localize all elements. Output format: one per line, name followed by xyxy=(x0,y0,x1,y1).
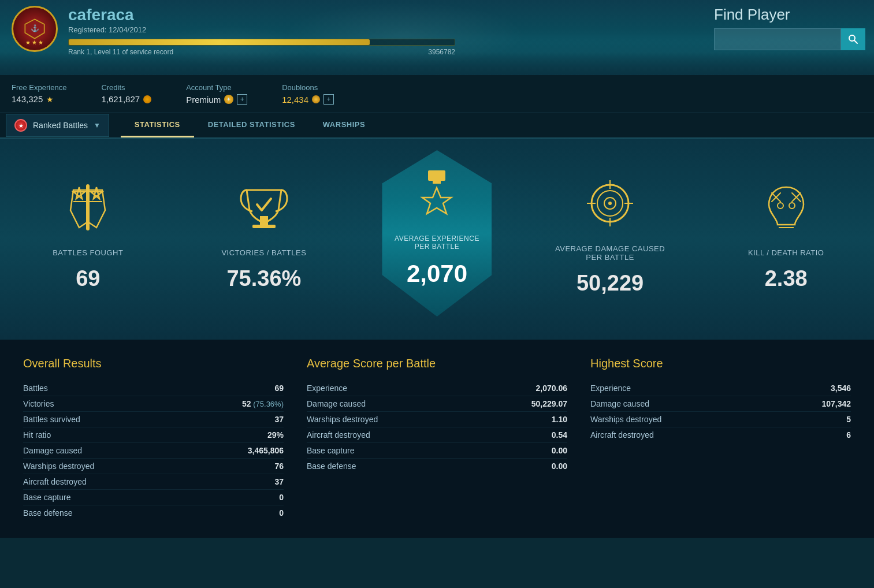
table-row: Battles survived37 xyxy=(23,412,284,427)
free-exp-section: Free Experience 143,325 ★ xyxy=(12,83,66,105)
row-key: Victories xyxy=(23,399,54,408)
table-row: Base capture0 xyxy=(23,490,284,505)
account-type-section: Account Type Premium ✦ + xyxy=(186,83,247,105)
table-row: Warships destroyed1.10 xyxy=(307,412,567,427)
find-player-row xyxy=(714,28,865,50)
tab-statistics[interactable]: STATISTICS xyxy=(121,113,194,137)
avg-score-title: Average Score per Battle xyxy=(307,357,567,370)
table-row: Aircraft destroyed6 xyxy=(590,427,851,442)
find-player-input[interactable] xyxy=(714,28,841,50)
tabs-bar: Ranked Battles ▼ STATISTICS DETAILED STA… xyxy=(0,113,874,139)
find-player-button[interactable] xyxy=(841,28,865,50)
svg-text:⚓: ⚓ xyxy=(31,24,39,32)
row-val: 76 xyxy=(274,462,284,471)
svg-rect-10 xyxy=(252,225,276,228)
row-val: 2,070.06 xyxy=(536,384,568,393)
xp-value: 3956782 xyxy=(428,48,455,56)
row-key: Aircraft destroyed xyxy=(23,477,87,486)
premium-plus-button[interactable]: + xyxy=(237,94,247,105)
row-key: Battles survived xyxy=(23,415,80,424)
victories-label: Victories / Battles xyxy=(221,248,306,257)
svg-line-3 xyxy=(854,40,857,43)
ranked-battles-dot xyxy=(14,119,27,132)
row-key: Base capture xyxy=(307,446,355,455)
row-key: Damage caused xyxy=(307,399,366,408)
row-val: 5 xyxy=(846,415,851,424)
table-row: Damage caused107,342 xyxy=(590,396,851,412)
row-val: 52 (75.36%) xyxy=(242,399,284,408)
row-val: 6 xyxy=(846,430,851,440)
find-player-title: Find Player xyxy=(714,6,865,24)
highest-score-title: Highest Score xyxy=(590,357,851,370)
table-row: Aircraft destroyed0.54 xyxy=(307,427,567,443)
free-exp-value: 143,325 ★ xyxy=(12,94,66,104)
svg-marker-13 xyxy=(422,188,451,214)
table-row: Hit ratio29% xyxy=(23,427,284,443)
row-val: 50,229.07 xyxy=(531,399,567,408)
svg-point-25 xyxy=(789,203,795,209)
victories-value: 75.36% xyxy=(226,266,301,291)
avg-damage-value: 50,229 xyxy=(577,271,644,296)
account-bar: Free Experience 143,325 ★ Credits 1,621,… xyxy=(0,75,874,113)
row-val: 69 xyxy=(274,384,284,393)
table-row: Damage caused50,229.07 xyxy=(307,396,567,412)
stat-battles-fought: Battles Fought 69 xyxy=(30,181,146,291)
battles-fought-value: 69 xyxy=(76,266,100,291)
row-val: 3,465,806 xyxy=(248,446,284,455)
stat-avg-damage: Average Damage Caused per Battle 50,229 xyxy=(552,177,668,296)
credits-coin-icon xyxy=(143,95,151,103)
row-val: 0 xyxy=(279,493,284,502)
battle-type-label: Ranked Battles xyxy=(33,121,88,130)
table-row: Warships destroyed76 xyxy=(23,459,284,474)
table-row: Base defense0 xyxy=(23,505,284,520)
premium-icon: ✦ xyxy=(224,95,233,104)
stat-avg-exp: AVERAGE EXPERIENCE PER BATTLE 2,070 xyxy=(382,150,492,317)
row-key: Damage caused xyxy=(23,446,82,455)
avg-score-rows: Experience2,070.06Damage caused50,229.07… xyxy=(307,381,567,474)
chevron-down-icon: ▼ xyxy=(94,121,101,129)
row-val: 0 xyxy=(279,508,284,518)
credits-label: Credits xyxy=(101,83,151,92)
stat-victories: Victories / Battles 75.36% xyxy=(206,181,322,291)
svg-marker-5 xyxy=(91,187,102,199)
row-key: Warships destroyed xyxy=(307,415,378,424)
account-type-label: Account Type xyxy=(186,83,247,92)
avg-damage-icon xyxy=(584,177,636,235)
avg-exp-label: AVERAGE EXPERIENCE PER BATTLE xyxy=(393,235,480,251)
row-val: 0.00 xyxy=(552,446,567,455)
row-key: Warships destroyed xyxy=(23,462,94,471)
search-icon xyxy=(848,34,858,44)
table-row: Battles69 xyxy=(23,381,284,396)
doubloon-coin-icon xyxy=(312,95,320,103)
battles-icon xyxy=(62,181,114,239)
row-key: Experience xyxy=(307,384,347,393)
tab-warships[interactable]: WARSHIPS xyxy=(309,113,379,137)
battle-type-selector[interactable]: Ranked Battles ▼ xyxy=(6,114,109,137)
kill-death-label: Kill / Death Ratio xyxy=(748,248,824,257)
highest-score-column: Highest Score Experience3,546Damage caus… xyxy=(590,357,851,520)
stats-section: Battles Fought 69 Victories / Battles 75… xyxy=(0,139,874,340)
free-exp-icon: ★ xyxy=(46,95,54,104)
overall-results-rows: Battles69Victories52 (75.36%)Battles sur… xyxy=(23,381,284,520)
table-row: Experience2,070.06 xyxy=(307,381,567,396)
avg-exp-value: 2,070 xyxy=(407,260,467,288)
row-key: Damage caused xyxy=(590,399,649,408)
doubloons-plus-button[interactable]: + xyxy=(323,94,334,105)
row-val: 0.54 xyxy=(552,430,567,440)
kill-death-icon xyxy=(760,181,812,239)
doubloons-section: Doubloons 12,434 + xyxy=(282,83,334,105)
credits-section: Credits 1,621,827 xyxy=(101,83,151,105)
row-val: 29% xyxy=(267,430,284,440)
victories-icon xyxy=(238,181,290,239)
svg-point-17 xyxy=(608,202,612,205)
table-row: Aircraft destroyed37 xyxy=(23,474,284,490)
tab-detailed-statistics[interactable]: DETAILED STATISTICS xyxy=(194,113,309,137)
credits-value: 1,621,827 xyxy=(101,94,151,104)
hero-section: ⚓ caferaca Registered: 12/04/2012 Rank 1… xyxy=(0,0,874,75)
find-player-area: Find Player xyxy=(714,6,865,50)
row-key: Base defense xyxy=(23,508,73,518)
overall-results-title: Overall Results xyxy=(23,357,284,370)
row-key: Battles xyxy=(23,384,48,393)
row-key: Aircraft destroyed xyxy=(307,430,370,440)
row-key: Base capture xyxy=(23,493,71,502)
